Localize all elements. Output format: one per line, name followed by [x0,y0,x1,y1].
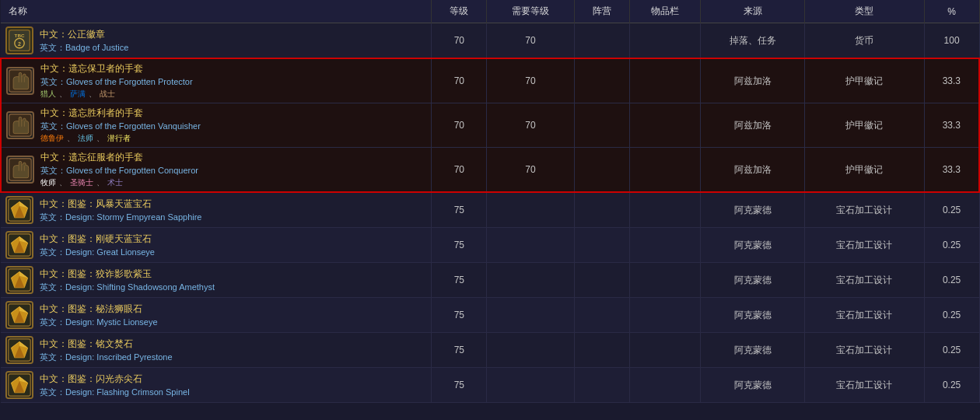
gem-icon [5,336,33,364]
table-row[interactable]: TBC 2 中文：公正徽章英文：Badge of Justice7070掉落、任… [1,23,979,59]
table-row[interactable]: 中文：遗忘胜利者的手套英文：Gloves of the Forgotten Va… [1,103,979,148]
item-pct: 0.25 [924,228,979,263]
item-level: 70 [432,103,487,148]
item-source: 阿克蒙德 [701,228,804,263]
item-pct: 0.25 [924,263,979,298]
col-type[interactable]: 类型 [804,0,924,23]
gem-icon [5,301,33,329]
table-row[interactable]: 中文：图鉴：铭文焚石英文：Design: Inscribed Pyrestone… [1,333,979,368]
item-source: 阿兹加洛 [701,148,804,193]
item-req-level [487,333,574,368]
item-pct: 0.25 [924,368,979,403]
item-source: 阿克蒙德 [701,192,804,228]
item-text: 中文：图鉴：狡诈影歌紫玉英文：Design: Shifting Shadowso… [40,268,215,293]
item-text: 中文：图鉴：闪光赤尖石英文：Design: Flashing Crimson S… [40,373,190,398]
item-pct: 33.3 [924,58,979,103]
item-type: 宝石加工设计 [804,228,924,263]
item-name-en: 英文：Gloves of the Forgotten Vanquisher [40,121,201,132]
class-label: 圣骑士 [70,177,93,188]
table-row[interactable]: 中文：遗忘征服者的手套英文：Gloves of the Forgotten Co… [1,148,979,193]
item-level: 70 [432,148,487,193]
col-pct[interactable]: % [924,0,979,23]
table-row[interactable]: 中文：图鉴：秘法狮眼石英文：Design: Mystic Lionseye75阿… [1,298,979,333]
item-name-cn: 中文：图鉴：铭文焚石 [40,338,173,351]
item-faction [574,103,629,148]
item-name-cn: 中文：遗忘保卫者的手套 [40,62,193,75]
class-label: 潜行者 [107,133,131,144]
item-text: 中文：图鉴：风暴天蓝宝石英文：Design: Stormy Empyrean S… [40,198,201,223]
item-cell: 中文：图鉴：秘法狮眼石英文：Design: Mystic Lionseye [1,298,431,332]
badge-icon: TBC 2 [5,26,33,54]
item-name-en: 英文：Design: Flashing Crimson Spinel [40,387,190,398]
class-label: 法师 [78,133,93,144]
item-name-en: 英文：Design: Inscribed Pyrestone [40,352,173,363]
item-pct: 33.3 [924,103,979,148]
table-row[interactable]: 中文：图鉴：闪光赤尖石英文：Design: Flashing Crimson S… [1,368,979,403]
col-req-level[interactable]: 需要等级 [487,0,574,23]
item-slot [629,368,701,403]
item-name-cn: 中文：公正徽章 [40,28,128,41]
item-source: 阿克蒙德 [701,333,804,368]
item-name-cn: 中文：图鉴：狡诈影歌紫玉 [40,268,215,281]
item-faction [574,263,629,298]
item-faction [574,368,629,403]
item-name-en: 英文：Design: Shifting Shadowsong Amethyst [40,282,215,293]
item-level: 70 [432,58,487,103]
item-slot [629,192,701,228]
item-level: 75 [432,298,487,333]
col-source[interactable]: 来源 [701,0,804,23]
item-cell: 中文：遗忘保卫者的手套英文：Gloves of the Forgotten Pr… [2,59,431,103]
table-row[interactable]: 中文：遗忘保卫者的手套英文：Gloves of the Forgotten Pr… [1,58,979,103]
table-row[interactable]: 中文：图鉴：狡诈影歌紫玉英文：Design: Shifting Shadowso… [1,263,979,298]
item-slot [629,148,701,193]
item-name-en: 英文：Gloves of the Forgotten Conqueror [40,165,198,177]
item-name-en: 英文：Design: Stormy Empyrean Sapphire [40,212,201,223]
item-req-level [487,228,574,263]
col-faction[interactable]: 阵营 [574,0,629,23]
item-type: 护甲徽记 [804,148,924,193]
col-level[interactable]: 等级 [432,0,487,23]
item-text: 中文：遗忘征服者的手套英文：Gloves of the Forgotten Co… [40,151,198,188]
item-name-cn: 中文：图鉴：风暴天蓝宝石 [40,198,201,211]
gem-icon [5,371,33,399]
gem-icon [5,196,33,224]
item-classes: 德鲁伊、法师、潜行者 [40,133,201,144]
col-name[interactable]: 名称 [1,0,432,23]
item-req-level [487,192,574,228]
item-req-level: 70 [487,103,574,148]
item-req-level [487,368,574,403]
item-source: 掉落、任务 [701,23,804,59]
item-level: 75 [432,263,487,298]
item-slot [629,263,701,298]
item-pct: 0.25 [924,298,979,333]
item-name-en: 英文：Badge of Justice [40,42,128,54]
item-pct: 33.3 [924,148,979,193]
class-label: 战士 [100,89,115,100]
item-level: 75 [432,333,487,368]
item-faction [574,192,629,228]
item-name-en: 英文：Design: Great Lionseye [40,247,155,258]
item-type: 宝石加工设计 [804,368,924,403]
item-slot [629,58,701,103]
item-level: 70 [432,23,487,59]
gloves-icon [6,67,34,95]
item-cell: 中文：图鉴：风暴天蓝宝石英文：Design: Stormy Empyrean S… [1,193,431,227]
item-source: 阿兹加洛 [701,58,804,103]
item-req-level: 70 [487,148,574,193]
table-row[interactable]: 中文：图鉴：刚硬天蓝宝石英文：Design: Great Lionseye75阿… [1,228,979,263]
item-name-cn: 中文：遗忘征服者的手套 [40,151,198,164]
table-row[interactable]: 中文：图鉴：风暴天蓝宝石英文：Design: Stormy Empyrean S… [1,192,979,228]
item-pct: 0.25 [924,333,979,368]
item-cell: 中文：遗忘征服者的手套英文：Gloves of the Forgotten Co… [2,148,431,191]
item-name-cn: 中文：图鉴：秘法狮眼石 [40,303,158,316]
item-source: 阿兹加洛 [701,103,804,148]
item-faction [574,23,629,59]
gloves-icon [6,111,34,139]
class-label: 萨满 [70,89,86,100]
item-name-cn: 中文：图鉴：刚硬天蓝宝石 [40,233,155,246]
item-faction [574,298,629,333]
item-cell: TBC 2 中文：公正徽章英文：Badge of Justice [1,23,431,58]
gem-icon [5,266,33,294]
col-slot[interactable]: 物品栏 [629,0,701,23]
item-source: 阿克蒙德 [701,368,804,403]
